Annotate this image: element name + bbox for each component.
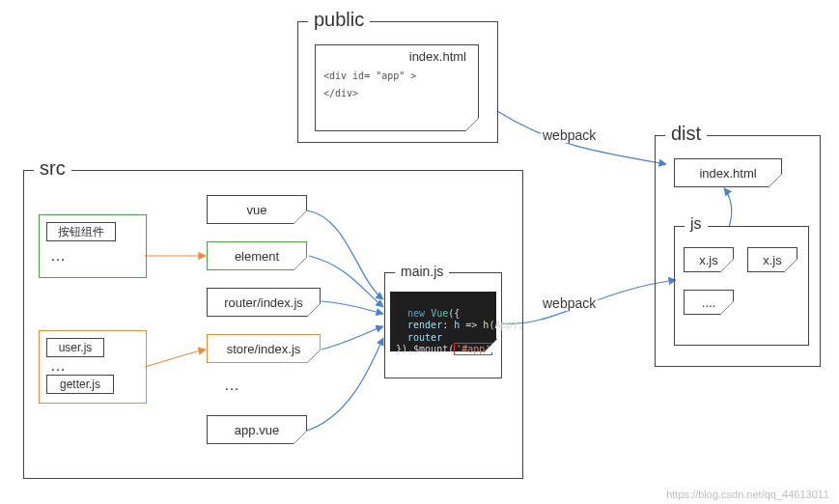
module-app: app.vue <box>207 415 307 444</box>
watermark-text: https://blog.csdn.net/qq_44613011 <box>666 489 829 500</box>
store-modules-ellipsis: … <box>50 357 68 375</box>
mainjs-code-block: new Vue({ render: h => h(App), router })… <box>390 292 496 351</box>
module-element: element <box>207 241 307 270</box>
module-store: store/index.js <box>207 334 321 363</box>
section-dist-js: js <box>674 226 809 346</box>
button-components-ellipsis: … <box>50 247 68 265</box>
dist-js-file-1: x.js <box>747 247 797 272</box>
module-router: router/index.js <box>207 288 321 317</box>
section-public-title: public <box>308 9 370 31</box>
user-js-file: user.js <box>46 338 104 357</box>
public-code-line2: </div> <box>323 85 416 102</box>
public-index-filename: index.html <box>409 49 474 68</box>
public-code-line1: <div id= "app" > <box>323 68 416 85</box>
modules-ellipsis: … <box>224 377 241 394</box>
section-dist-js-title: js <box>685 215 708 233</box>
getter-js-file: getter.js <box>46 375 114 394</box>
button-components-label: 按钮组件 <box>46 222 116 241</box>
webpack-label-2: webpack <box>541 295 598 311</box>
module-vue: vue <box>207 195 307 224</box>
section-src-title: src <box>34 157 71 180</box>
dist-js-file-more: .... <box>684 290 734 315</box>
dist-index-file: index.html <box>674 158 782 187</box>
section-dist-title: dist <box>665 123 707 145</box>
dist-js-file-0: x.js <box>684 247 734 272</box>
mainjs-title: main.js <box>395 264 449 279</box>
webpack-label-1: webpack <box>541 127 598 143</box>
public-index-file: index.html <div id= "app" > </div> <box>315 44 479 131</box>
